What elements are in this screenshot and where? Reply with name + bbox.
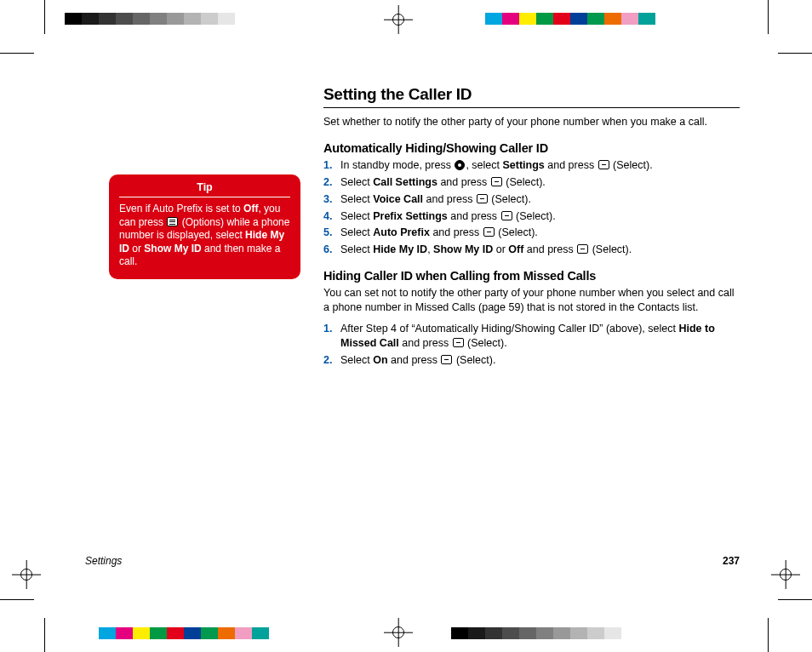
color-swatch — [468, 13, 485, 25]
softkey-icon — [483, 227, 495, 237]
intro-text: Set whether to notify the other party of… — [323, 115, 740, 129]
color-swatch — [485, 13, 502, 25]
softkey-icon — [598, 160, 609, 169]
color-swatch — [235, 627, 252, 639]
color-swatch — [218, 13, 235, 25]
softkey-icon — [491, 177, 502, 186]
color-swatch — [570, 627, 587, 639]
step-number: 3. — [323, 192, 340, 207]
steps-list: 1.In standby mode, press , select Settin… — [323, 158, 740, 257]
color-swatch — [638, 627, 655, 639]
softkey-icon — [441, 355, 452, 364]
color-swatch — [621, 13, 638, 25]
step-text: Select Auto Prefix and press (Select). — [340, 226, 538, 240]
section-heading: Automatically Hiding/Showing Caller ID — [323, 141, 740, 155]
color-swatch — [655, 13, 672, 25]
step-number: 2. — [323, 353, 340, 368]
color-swatch — [116, 627, 133, 639]
color-swatch — [65, 13, 82, 25]
step-item: 4.Select Prefix Settings and press (Sele… — [323, 209, 740, 224]
softkey-icon — [501, 211, 512, 220]
step-item: 1.After Step 4 of “Automatically Hiding/… — [323, 322, 740, 351]
step-text: After Step 4 of “Automatically Hiding/Sh… — [340, 322, 740, 351]
color-swatch — [201, 13, 218, 25]
color-swatch — [655, 627, 672, 639]
color-swatch — [252, 627, 269, 639]
step-item: 2.Select On and press (Select). — [323, 353, 740, 368]
color-swatch — [286, 627, 303, 639]
color-swatch — [638, 13, 655, 25]
color-swatch — [167, 627, 184, 639]
registration-gray-bar-bottom — [451, 627, 689, 639]
color-swatch — [502, 627, 519, 639]
color-swatch — [553, 627, 570, 639]
registration-target-icon — [771, 560, 800, 589]
page-content: Tip Even if Auto Prefix is set to Off, y… — [85, 85, 740, 567]
registration-color-bar-top — [451, 13, 689, 25]
section-intro: You can set not to notify the other part… — [323, 286, 740, 315]
color-swatch — [672, 13, 689, 25]
color-swatch — [184, 627, 201, 639]
color-swatch — [519, 13, 536, 25]
color-swatch — [167, 13, 184, 25]
color-swatch — [269, 627, 286, 639]
color-swatch — [451, 627, 468, 639]
color-swatch — [82, 13, 99, 25]
step-text: Select Hide My ID, Show My ID or Off and… — [340, 243, 632, 257]
color-swatch — [570, 13, 587, 25]
step-number: 5. — [323, 226, 340, 240]
step-number: 1. — [323, 322, 340, 351]
color-swatch — [252, 13, 269, 25]
color-swatch — [65, 627, 82, 639]
color-swatch — [133, 627, 150, 639]
color-swatch — [235, 13, 252, 25]
color-swatch — [485, 627, 502, 639]
section-heading: Hiding Caller ID when Calling from Misse… — [323, 269, 740, 283]
steps-list: 1.After Step 4 of “Automatically Hiding/… — [323, 322, 740, 368]
center-key-icon — [455, 160, 465, 170]
color-swatch — [604, 13, 621, 25]
color-swatch — [536, 13, 553, 25]
color-swatch — [116, 13, 133, 25]
color-swatch — [519, 627, 536, 639]
step-item: 3.Select Voice Call and press (Select). — [323, 192, 740, 207]
color-swatch — [184, 13, 201, 25]
registration-target-icon — [384, 5, 413, 34]
color-swatch — [150, 627, 167, 639]
step-number: 6. — [323, 243, 340, 257]
color-swatch — [99, 627, 116, 639]
color-swatch — [672, 627, 689, 639]
step-text: In standby mode, press , select Settings… — [340, 158, 653, 173]
step-item: 2.Select Call Settings and press (Select… — [323, 175, 740, 190]
tip-body: Even if Auto Prefix is set to Off, you c… — [119, 203, 290, 269]
color-swatch — [99, 13, 116, 25]
color-swatch — [218, 627, 235, 639]
softkey-icon — [577, 244, 588, 254]
color-swatch — [269, 13, 286, 25]
step-text: Select Prefix Settings and press (Select… — [340, 209, 556, 224]
footer-section: Settings — [85, 555, 122, 567]
options-key-icon — [167, 217, 178, 226]
registration-target-icon — [12, 560, 41, 589]
color-swatch — [286, 13, 303, 25]
step-text: Select Voice Call and press (Select). — [340, 192, 531, 207]
tip-label: Tip — [119, 181, 290, 197]
color-swatch — [587, 627, 604, 639]
color-swatch — [502, 13, 519, 25]
page-title: Setting the Caller ID — [323, 85, 740, 108]
color-swatch — [133, 13, 150, 25]
step-number: 4. — [323, 209, 340, 224]
color-swatch — [468, 627, 485, 639]
softkey-icon — [477, 194, 488, 203]
color-swatch — [150, 13, 167, 25]
step-text: Select On and press (Select). — [340, 353, 495, 368]
page-footer: Settings 237 — [85, 555, 740, 567]
footer-page-number: 237 — [723, 555, 740, 567]
color-swatch — [604, 627, 621, 639]
color-swatch — [621, 627, 638, 639]
registration-color-bar-bottom — [65, 627, 303, 639]
step-item: 6.Select Hide My ID, Show My ID or Off a… — [323, 243, 740, 257]
color-swatch — [587, 13, 604, 25]
softkey-icon — [453, 338, 464, 347]
tip-box: Tip Even if Auto Prefix is set to Off, y… — [109, 174, 300, 279]
